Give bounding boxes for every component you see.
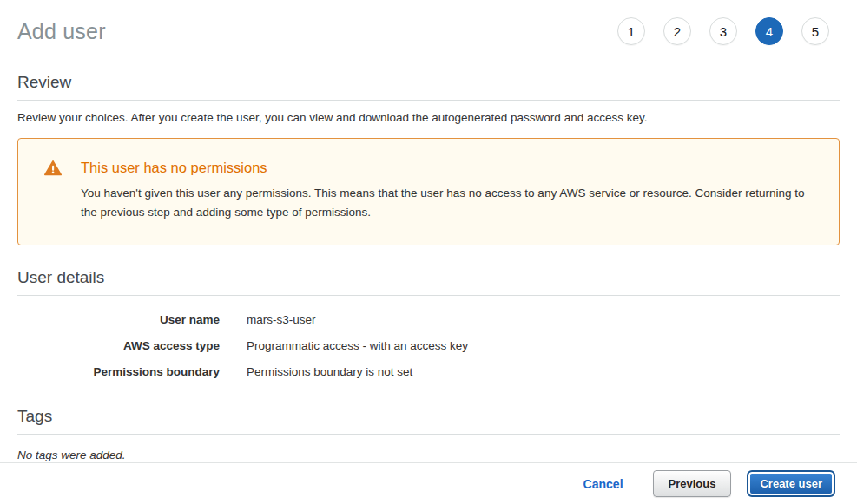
step-indicator-3: 3 bbox=[709, 17, 737, 45]
section-divider bbox=[17, 434, 840, 435]
step-indicator-5: 5 bbox=[801, 17, 829, 45]
detail-value: Programmatic access - with an access key bbox=[247, 339, 468, 352]
section-divider bbox=[17, 295, 840, 296]
tags-empty-message: No tags were added. bbox=[17, 448, 840, 461]
step-indicator-4-active: 4 bbox=[755, 17, 783, 45]
tags-heading: Tags bbox=[17, 407, 840, 434]
user-details-rows: User name mars-s3-user AWS access type P… bbox=[17, 306, 840, 384]
user-details-heading: User details bbox=[17, 268, 840, 295]
review-heading: Review bbox=[17, 73, 840, 100]
detail-value: mars-s3-user bbox=[247, 313, 316, 326]
detail-value: Permissions boundary is not set bbox=[247, 365, 412, 378]
add-user-wizard: Add user 1 2 3 4 5 Review Review your ch… bbox=[0, 0, 857, 461]
wizard-footer: Cancel Previous Create user bbox=[0, 462, 857, 504]
previous-button[interactable]: Previous bbox=[653, 470, 732, 497]
warning-text: This user has no permissions You haven't… bbox=[81, 158, 821, 222]
review-description: Review your choices. After you create th… bbox=[17, 111, 840, 124]
detail-row-permissions-boundary: Permissions boundary Permissions boundar… bbox=[17, 358, 840, 384]
warning-triangle-icon bbox=[44, 158, 62, 180]
review-section: Review Review your choices. After you cr… bbox=[17, 73, 840, 124]
cancel-link[interactable]: Cancel bbox=[583, 477, 623, 491]
warning-body: You haven't given this user any permissi… bbox=[81, 184, 821, 222]
detail-label: User name bbox=[17, 313, 220, 326]
wizard-header: Add user 1 2 3 4 5 bbox=[17, 0, 840, 50]
create-user-button[interactable]: Create user bbox=[747, 470, 835, 497]
step-indicator-1: 1 bbox=[617, 17, 645, 45]
detail-label: AWS access type bbox=[17, 339, 220, 352]
user-details-section: User details User name mars-s3-user AWS … bbox=[17, 268, 840, 384]
detail-row-user-name: User name mars-s3-user bbox=[17, 306, 840, 332]
step-indicator: 1 2 3 4 5 bbox=[617, 17, 840, 45]
detail-label: Permissions boundary bbox=[17, 365, 220, 378]
page-title: Add user bbox=[17, 19, 106, 44]
section-divider bbox=[17, 100, 840, 101]
no-permissions-warning: This user has no permissions You haven't… bbox=[17, 138, 840, 245]
step-indicator-2: 2 bbox=[663, 17, 691, 45]
tags-section: Tags No tags were added. bbox=[17, 407, 840, 461]
warning-title: This user has no permissions bbox=[81, 158, 821, 177]
detail-row-access-type: AWS access type Programmatic access - wi… bbox=[17, 332, 840, 358]
